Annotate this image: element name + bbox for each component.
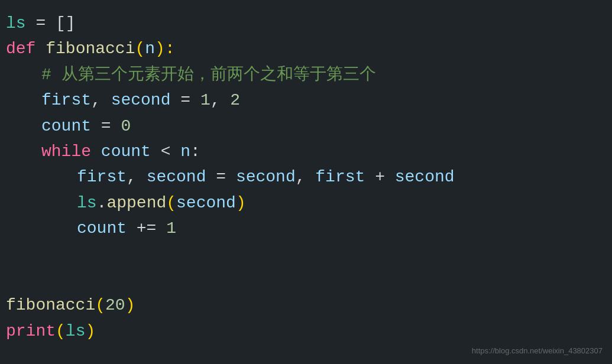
var-count-while: count bbox=[101, 139, 151, 164]
var-second-2: second bbox=[147, 164, 206, 190]
code-line-10: fibonacci(20) bbox=[6, 292, 600, 318]
var-n-while: n bbox=[180, 139, 190, 164]
var-second: second bbox=[111, 87, 171, 113]
code-line-9: count += 1 bbox=[6, 216, 600, 241]
blank-line-1 bbox=[6, 242, 600, 267]
var-count: count bbox=[41, 113, 91, 139]
code-line-4: first, second = 1, 2 bbox=[6, 87, 600, 113]
code-line-3: # 从第三个元素开始，前两个之和等于第三个 bbox=[6, 62, 600, 87]
code-line-1: ls = [] bbox=[6, 11, 600, 36]
code-container: ls = [] def fibonacci(n): # 从第三个元素开始，前两个… bbox=[0, 0, 612, 364]
var-first-3: first bbox=[315, 164, 365, 190]
code-line-5: count = 0 bbox=[6, 113, 600, 139]
code-line-6: while count < n: bbox=[6, 139, 600, 164]
method-append: append bbox=[106, 190, 166, 216]
var-second-4: second bbox=[395, 164, 455, 190]
var-first-2: first bbox=[77, 164, 127, 190]
var-ls-2: ls bbox=[77, 190, 97, 216]
fn-fibonacci: fibonacci bbox=[46, 36, 135, 61]
code-line-8: ls.append(second) bbox=[6, 190, 600, 216]
var-ls-3: ls bbox=[66, 318, 86, 344]
var-first: first bbox=[41, 87, 91, 113]
code-line-2: def fibonacci(n): bbox=[6, 36, 600, 61]
var-ls: ls bbox=[6, 11, 26, 36]
num-2: 2 bbox=[230, 87, 240, 113]
var-second-3: second bbox=[236, 164, 296, 190]
num-1: 1 bbox=[200, 87, 211, 113]
fn-fibonacci-call: fibonacci bbox=[6, 292, 95, 318]
num-0: 0 bbox=[121, 113, 131, 139]
keyword-print: print bbox=[6, 318, 56, 344]
comment-text: # 从第三个元素开始，前两个之和等于第三个 bbox=[41, 62, 376, 87]
blank-line-2 bbox=[6, 267, 600, 292]
var-second-5: second bbox=[176, 190, 236, 216]
num-20: 20 bbox=[105, 292, 125, 318]
code-line-7: first, second = second, first + second bbox=[6, 164, 600, 190]
var-count-2: count bbox=[77, 216, 127, 241]
param-n: n bbox=[145, 36, 155, 61]
watermark: https://blog.csdn.net/weixin_43802307 bbox=[472, 345, 603, 357]
num-1-2: 1 bbox=[166, 216, 176, 241]
keyword-def: def bbox=[6, 36, 35, 61]
code-line-11: print(ls) bbox=[6, 318, 600, 344]
keyword-while: while bbox=[41, 139, 91, 164]
